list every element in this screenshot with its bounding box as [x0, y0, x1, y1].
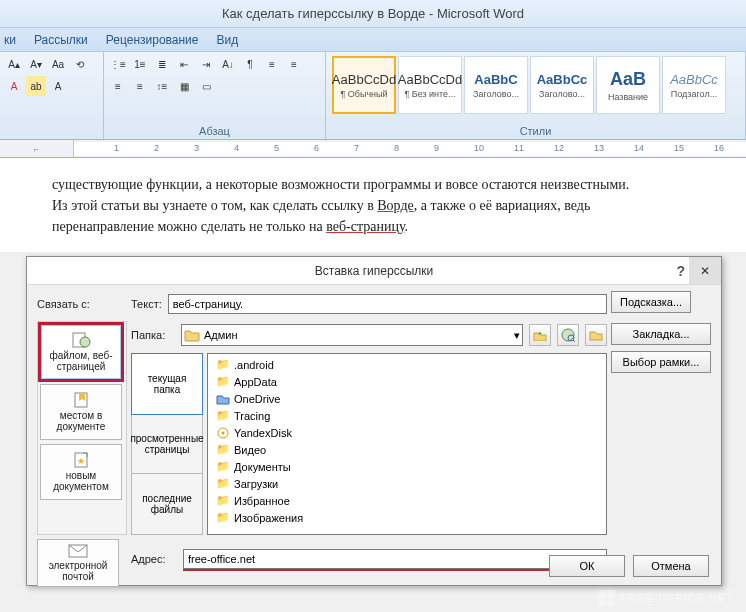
group-label-styles: Стили	[330, 123, 741, 139]
svg-text:★: ★	[77, 456, 85, 466]
browse-web-icon[interactable]	[557, 324, 579, 346]
change-case-icon[interactable]: Aa	[48, 54, 68, 74]
windows-logo-icon	[599, 590, 615, 606]
cloud-folder-icon	[216, 392, 230, 406]
list-item[interactable]: 📁AppData	[210, 373, 604, 390]
justify-icon[interactable]: ≡	[130, 76, 150, 96]
group-label	[4, 123, 99, 139]
subtab-recent-files[interactable]: последние файлы	[132, 474, 202, 534]
insert-hyperlink-dialog: Вставка гиперссылки ? ✕ Связать с: Текст…	[26, 256, 722, 586]
font-color-icon[interactable]: A	[4, 76, 24, 96]
cancel-button[interactable]: Отмена	[633, 555, 709, 577]
show-marks-icon[interactable]: ¶	[240, 54, 260, 74]
grow-font-icon[interactable]: A▴	[4, 54, 24, 74]
subtab-current-folder[interactable]: текущая папка	[131, 353, 203, 415]
linkto-new-doc[interactable]: ★ новым документом	[40, 444, 122, 500]
clear-format-icon[interactable]: ⟲	[70, 54, 90, 74]
folder-icon: 📁	[216, 494, 230, 508]
linkto-tabs: файлом, веб-страницей местом в документе…	[37, 321, 127, 535]
style-normal[interactable]: AaBbCcDd¶ Обычный	[332, 56, 396, 114]
close-icon[interactable]: ✕	[689, 257, 721, 284]
doc-text: , а также о её вариациях, ведь	[414, 198, 590, 213]
watermark: FREE-OFFICE.NET	[599, 590, 734, 606]
doc-text: .	[405, 219, 409, 234]
browse-subtabs: текущая папка просмотренные страницы пос…	[131, 353, 203, 535]
list-item[interactable]: YandexDisk	[210, 424, 604, 441]
disk-icon	[216, 426, 230, 440]
address-label: Адрес:	[131, 553, 175, 565]
list-item[interactable]: 📁Видео	[210, 441, 604, 458]
borders-icon[interactable]: ▭	[196, 76, 216, 96]
up-folder-icon[interactable]	[529, 324, 551, 346]
line-spacing-icon[interactable]: ↕≡	[152, 76, 172, 96]
list-item[interactable]: OneDrive	[210, 390, 604, 407]
list-item[interactable]: 📁Tracing	[210, 407, 604, 424]
folder-icon: 📁	[216, 409, 230, 423]
folder-icon: 📁	[216, 358, 230, 372]
numbering-icon[interactable]: 1≡	[130, 54, 150, 74]
display-text-input[interactable]	[168, 294, 607, 314]
align-center-icon[interactable]: ≡	[284, 54, 304, 74]
chevron-down-icon: ▾	[514, 329, 520, 342]
align-right-icon[interactable]: ≡	[108, 76, 128, 96]
style-no-spacing[interactable]: AaBbCcDd¶ Без инте...	[398, 56, 462, 114]
doc-link[interactable]: Ворде	[377, 198, 414, 213]
screentip-button[interactable]: Подсказка...	[611, 291, 691, 313]
ribbon-tab[interactable]: ки	[4, 33, 16, 47]
increase-indent-icon[interactable]: ⇥	[196, 54, 216, 74]
doc-text: перенаправление можно сделать не только …	[52, 219, 326, 234]
text-label: Текст:	[131, 298, 162, 310]
ribbon-tab[interactable]: Рассылки	[34, 33, 88, 47]
shrink-font-icon[interactable]: A▾	[26, 54, 46, 74]
multilevel-icon[interactable]: ≣	[152, 54, 172, 74]
highlight-underline	[183, 569, 577, 571]
decrease-indent-icon[interactable]: ⇤	[174, 54, 194, 74]
folder-icon: 📁	[216, 511, 230, 525]
linkto-place-in-doc[interactable]: местом в документе	[40, 384, 122, 440]
address-input[interactable]	[183, 549, 607, 569]
style-heading1[interactable]: AaBbCЗаголово...	[464, 56, 528, 114]
linkto-file-web[interactable]: файлом, веб-страницей	[40, 324, 122, 380]
dialog-title: Вставка гиперссылки	[315, 264, 433, 278]
shading-icon[interactable]: ▦	[174, 76, 194, 96]
highlight-icon[interactable]: ab	[26, 76, 46, 96]
ruler[interactable]: ⌐ 12345678910111213141516	[0, 140, 746, 158]
linkto-label: Связать с:	[37, 291, 127, 317]
sort-icon[interactable]: A↓	[218, 54, 238, 74]
bookmark-page-icon	[71, 392, 91, 408]
align-left-icon[interactable]: ≡	[262, 54, 282, 74]
subtab-browsed-pages[interactable]: просмотренные страницы	[132, 414, 202, 475]
style-subtitle[interactable]: AaBbCcПодзагол...	[662, 56, 726, 114]
ribbon-tab[interactable]: Рецензирование	[106, 33, 199, 47]
folder-select[interactable]: Админ ▾	[181, 324, 523, 346]
list-item[interactable]: 📁Изображения	[210, 509, 604, 526]
doc-link[interactable]: веб-страницу	[326, 219, 404, 234]
ok-button[interactable]: ОК	[549, 555, 625, 577]
list-item[interactable]: 📁Загрузки	[210, 475, 604, 492]
tab-selector-icon[interactable]: ⌐	[0, 140, 74, 157]
list-item[interactable]: 📁.android	[210, 356, 604, 373]
font-fill-icon[interactable]: A	[48, 76, 68, 96]
style-heading2[interactable]: AaBbCcЗаголово...	[530, 56, 594, 114]
browse-file-icon[interactable]	[585, 324, 607, 346]
style-gallery: AaBbCcDd¶ Обычный AaBbCcDd¶ Без инте... …	[330, 54, 741, 116]
folder-icon: 📁	[216, 460, 230, 474]
document-body[interactable]: существующие функции, а некоторые возмож…	[0, 158, 746, 252]
linkto-email[interactable]: электронной почтой	[37, 539, 119, 587]
list-item[interactable]: 📁Документы	[210, 458, 604, 475]
help-icon[interactable]: ?	[676, 263, 685, 279]
folder-icon: 📁	[216, 477, 230, 491]
target-frame-button[interactable]: Выбор рамки...	[611, 351, 711, 373]
envelope-icon	[68, 544, 88, 558]
style-title[interactable]: АаВНазвание	[596, 56, 660, 114]
ribbon-tab[interactable]: Вид	[216, 33, 238, 47]
file-list[interactable]: 📁.android 📁AppData OneDrive 📁Tracing Yan…	[207, 353, 607, 535]
group-label-paragraph: Абзац	[108, 123, 321, 139]
bullets-icon[interactable]: ⋮≡	[108, 54, 128, 74]
window-title: Как сделать гиперссылку в Ворде - Micros…	[0, 0, 746, 28]
doc-text: Из этой статьи вы узнаете о том, как сде…	[52, 198, 377, 213]
list-item[interactable]: 📁Избранное	[210, 492, 604, 509]
dialog-titlebar[interactable]: Вставка гиперссылки ? ✕	[27, 257, 721, 285]
svg-point-10	[222, 431, 225, 434]
bookmark-button[interactable]: Закладка...	[611, 323, 711, 345]
